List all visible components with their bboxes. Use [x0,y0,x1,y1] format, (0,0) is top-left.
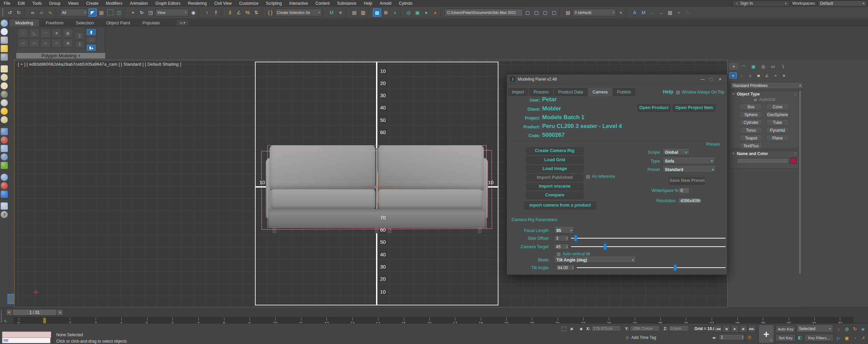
undo-icon[interactable]: ↺ [6,8,14,17]
import-camera-from-product-button[interactable]: mport camera from a product [524,200,596,209]
load-image-button[interactable]: Load Image [526,164,583,172]
use-soft-selection-icon[interactable]: ▮▴ [86,44,96,51]
unwrap-icon[interactable] [1,145,8,152]
time-configuration-icon[interactable]: ◷ [746,334,753,340]
primitive-button-sphere[interactable]: Sphere [739,112,763,118]
menu-item-civil-view[interactable]: Civil View [211,0,236,7]
sphere-light-icon[interactable] [1,82,8,89]
named-selection-dropdown[interactable]: Create Selection Se▾ [275,9,322,16]
next-frame-button[interactable]: > [57,309,63,316]
primitives-dropdown[interactable]: Standard Primitives▾ [730,82,803,89]
maxscript-listener-pink[interactable] [2,331,51,338]
type-dropdown[interactable]: Sofa▾ [663,158,715,164]
dialog-tab-process[interactable]: Process [529,88,553,96]
material-editor-icon[interactable]: ◑ [391,8,399,17]
angle-snap-icon[interactable]: ∠ [235,8,243,17]
tab-modify[interactable]: ◠ [739,63,748,70]
go-end-button[interactable]: ▶▶| [748,325,756,332]
mirror-icon[interactable]: M [328,8,336,17]
back-arrow-icon[interactable]: ← [648,8,656,17]
primitive-button-cylinder[interactable]: Cylinder [739,120,763,126]
select-by-name-icon[interactable]: ▤ [97,8,105,17]
window-crossing-icon[interactable]: ◫ [115,8,123,17]
menu-item-content[interactable]: Content [312,0,333,7]
select-link-icon[interactable]: ∞ [28,8,37,17]
cat-systems[interactable]: ∗ [780,72,788,79]
next-key-button[interactable]: |▶ [739,325,747,332]
side-offset-slider[interactable] [571,235,726,241]
primitive-button-cone[interactable]: Cone [766,104,789,110]
set-key-button[interactable]: Set Key [775,334,796,342]
frame-light-icon[interactable] [1,65,8,72]
pan-icon[interactable]: ▷ [835,334,843,342]
primitive-button-torus[interactable]: Torus [739,127,763,133]
dialog-tab-product-data[interactable]: Product Data [554,88,588,96]
render-production-icon[interactable]: ● [422,8,430,17]
prev-frame-button[interactable]: < [6,309,12,316]
use-pivot-center-icon[interactable]: ◉ [189,8,197,17]
menu-item-interactive[interactable]: Interactive [285,0,312,7]
sphere-select-icon[interactable] [1,191,8,198]
polygon-mode-icon[interactable]: ■ [52,29,62,38]
transform-type-in-icon[interactable]: ◈ [578,326,585,332]
help-link[interactable]: Help [663,89,673,94]
mirror-m1-icon[interactable]: M [639,8,648,17]
zoom-region-icon[interactable]: ◈ [859,325,867,333]
import-2-icon[interactable]: ▢ [532,8,540,17]
menu-item-file[interactable]: File [0,0,14,7]
dialog-tab-import[interactable]: Import [508,88,528,96]
key-mode-dropdown[interactable]: Selected▾ [796,325,833,332]
keyboard-override-icon[interactable]: ⇑ [212,8,220,17]
select-rotate-icon[interactable]: ↻ [138,8,146,17]
resolution-field[interactable]: 4096x4096 [678,198,699,203]
selection-filter-dropdown[interactable]: All▾ [60,9,88,16]
tab-display[interactable]: ▭ [769,63,777,70]
autogrid-checkbox[interactable] [753,98,757,102]
drag-grip-icon[interactable]: ∷ [794,92,796,96]
snaps-toggle-icon[interactable]: 3 [226,8,234,17]
maximize-viewport-icon[interactable]: ↗ [859,334,867,342]
bind-spacewarp-icon[interactable]: ∿ [46,8,54,17]
close-button[interactable]: × [716,76,725,82]
drag-grip-icon[interactable]: ∷ [794,151,796,156]
ribbon-tab-freeform[interactable]: Freeform [40,19,70,26]
camera-target-slider[interactable] [571,243,726,250]
collapse-arrow-icon[interactable]: ▼ [732,92,735,95]
scene-explorer-icon[interactable]: ▥ [359,8,367,17]
show-end-result-icon[interactable]: ▮ [86,29,96,36]
arnold-render-icon[interactable]: ◕ [431,8,439,17]
cat-spacewarps[interactable]: ≈ [772,72,779,79]
always-on-top-checkbox[interactable] [675,90,680,95]
play-button[interactable]: ▶ [731,325,739,332]
unlink-icon[interactable]: ∞ [37,8,45,17]
menu-item-scripting[interactable]: Scripting [262,0,285,7]
primitive-button-pyramid[interactable]: Pyramid [766,127,789,133]
menu-item-customize[interactable]: Customize [236,0,262,7]
teapot-icon[interactable] [1,20,8,27]
cat-cameras[interactable]: ◙ [755,72,762,79]
zoom-all-icon[interactable]: ◍ [843,325,851,333]
menu-item-graph-editors[interactable]: Graph Editors [152,0,184,7]
auto-key-button[interactable]: Auto Key [775,325,796,333]
tilt-angle-slider[interactable] [576,264,726,271]
preview-multi-icon[interactable]: ▱ [40,39,51,47]
light-lister-icon[interactable] [1,45,8,52]
camera-target-spinner[interactable]: 45▴▾ [554,243,569,250]
menu-item-help[interactable]: Help [360,0,376,7]
viewport-label[interactable]: [ + ] [ ed83d860062d4a26ab7ceb5305a9647a… [18,62,181,67]
script-doc-icon[interactable] [1,202,8,210]
menu-item-modifiers[interactable]: Modifiers [102,0,126,7]
whitespace-field[interactable]: 0 [678,188,689,193]
polygon-modeling-rollout[interactable]: Polygon Modeling ▾ [16,53,105,59]
rename-objects-icon[interactable]: A [631,8,639,17]
preview-off-icon[interactable]: ▱ [18,39,28,47]
key-filters-button[interactable]: Key Filters... [804,334,834,342]
collapse-arrow-icon[interactable]: ▼ [732,152,735,155]
menu-item-group[interactable]: Group [45,0,64,7]
sun-icon[interactable] [1,108,8,115]
minimize-button[interactable]: — [698,76,707,82]
select-move-icon[interactable]: + [129,8,137,17]
menu-item-rendering[interactable]: Rendering [184,0,210,7]
side-offset-spinner[interactable]: 3▴▾ [554,235,569,241]
current-frame-display[interactable]: 1 / 31 [12,309,57,316]
